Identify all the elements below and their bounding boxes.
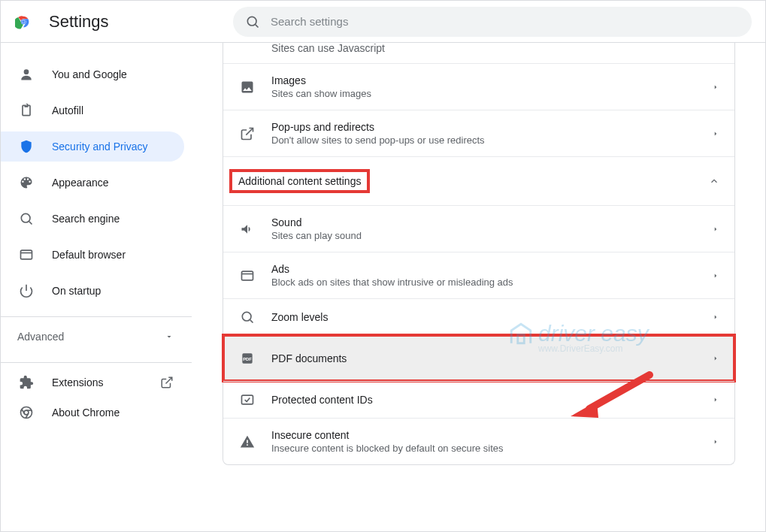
header-bar: Settings xyxy=(1,1,765,43)
svg-rect-19 xyxy=(242,271,253,280)
row-ads[interactable]: Ads Block ads on sites that show intrusi… xyxy=(223,252,734,298)
row-subtitle: Sites can show images xyxy=(271,88,697,99)
svg-line-22 xyxy=(250,320,253,323)
row-title: Insecure content xyxy=(271,429,697,441)
svg-line-18 xyxy=(246,128,253,135)
svg-text:PDF: PDF xyxy=(243,357,252,361)
section-header-label: Additional content settings xyxy=(231,171,368,192)
search-box[interactable] xyxy=(233,7,752,37)
sidebar-item-label: Appearance xyxy=(52,177,109,189)
row-pdf-documents[interactable]: PDF PDF documents xyxy=(223,335,734,381)
magnifier-icon xyxy=(19,211,34,226)
pdf-icon: PDF xyxy=(238,351,256,366)
chevron-right-icon xyxy=(712,130,719,138)
divider xyxy=(1,362,192,363)
chevron-right-icon xyxy=(712,438,719,446)
svg-line-8 xyxy=(29,222,32,225)
row-title: Zoom levels xyxy=(271,311,697,323)
sidebar-item-default-browser[interactable]: Default browser xyxy=(1,240,184,270)
search-input[interactable] xyxy=(271,15,740,28)
svg-point-6 xyxy=(24,69,29,74)
zoom-icon xyxy=(238,310,256,325)
sidebar-item-label: Advanced xyxy=(17,331,64,343)
popup-icon xyxy=(238,126,256,141)
chevron-right-icon xyxy=(712,355,719,362)
row-popups[interactable]: Pop-ups and redirects Don't allow sites … xyxy=(223,110,734,156)
main-panel: Sites can use Javascript Images Sites ca… xyxy=(192,43,765,531)
shield-icon xyxy=(19,139,34,154)
sidebar-item-label: You and Google xyxy=(52,68,127,80)
sidebar-item-about-chrome[interactable]: About Chrome xyxy=(1,397,192,428)
clipboard-icon xyxy=(19,103,34,118)
row-title: Sound xyxy=(271,216,697,228)
sidebar-item-on-startup[interactable]: On startup xyxy=(1,276,184,306)
row-subtitle: Insecure content is blocked by default o… xyxy=(271,443,697,454)
chevron-down-icon xyxy=(165,332,174,341)
chevron-right-icon xyxy=(712,272,719,280)
svg-rect-25 xyxy=(242,395,253,404)
svg-point-3 xyxy=(22,20,25,23)
chevron-up-icon xyxy=(709,176,719,186)
sidebar-item-label: Default browser xyxy=(52,249,126,261)
window-icon xyxy=(19,247,34,262)
svg-line-16 xyxy=(22,409,25,413)
divider xyxy=(1,316,192,317)
row-title: Pop-ups and redirects xyxy=(271,121,697,133)
sidebar-item-search-engine[interactable]: Search engine xyxy=(1,204,184,234)
sound-icon xyxy=(238,222,256,237)
ads-icon xyxy=(238,268,256,283)
row-subtitle: Block ads on sites that show intrusive o… xyxy=(271,277,697,288)
sidebar: You and Google Autofill Security and Pri… xyxy=(1,43,192,531)
content-card: Sites can use Javascript Images Sites ca… xyxy=(223,43,735,465)
row-additional-content-settings[interactable]: Additional content settings xyxy=(223,156,734,205)
row-title: Images xyxy=(271,74,697,86)
image-icon xyxy=(238,80,256,95)
power-icon xyxy=(19,283,34,298)
row-title: Ads xyxy=(271,263,697,275)
open-external-icon xyxy=(160,376,174,389)
sidebar-item-label: On startup xyxy=(52,285,101,297)
row-title: Protected content IDs xyxy=(271,394,697,406)
row-images[interactable]: Images Sites can show images xyxy=(223,63,734,110)
sidebar-item-you-and-google[interactable]: You and Google xyxy=(1,59,184,89)
row-javascript-partial: Sites can use Javascript xyxy=(223,43,734,63)
person-icon xyxy=(19,67,34,82)
svg-point-21 xyxy=(242,312,251,321)
svg-point-7 xyxy=(21,213,30,222)
row-subtitle: Sites can play sound xyxy=(271,230,697,241)
row-protected-content[interactable]: Protected content IDs xyxy=(223,381,734,418)
svg-point-4 xyxy=(247,17,256,26)
row-insecure-content[interactable]: Insecure content Insecure content is blo… xyxy=(223,418,734,464)
chrome-outline-icon xyxy=(19,405,34,420)
chevron-right-icon xyxy=(712,83,719,91)
sidebar-item-advanced[interactable]: Advanced xyxy=(1,322,192,352)
row-sound[interactable]: Sound Sites can play sound xyxy=(223,205,734,252)
warning-icon xyxy=(238,434,256,449)
sidebar-item-appearance[interactable]: Appearance xyxy=(1,168,184,198)
svg-line-5 xyxy=(256,24,259,27)
sidebar-item-label: Autofill xyxy=(52,104,83,116)
chrome-logo-icon xyxy=(14,13,32,31)
sidebar-item-label: Extensions xyxy=(52,376,103,388)
sidebar-item-autofill[interactable]: Autofill xyxy=(1,95,184,125)
svg-line-12 xyxy=(166,377,172,383)
page-title: Settings xyxy=(49,12,109,32)
sidebar-item-label: Security and Privacy xyxy=(52,141,148,153)
row-title: PDF documents xyxy=(271,352,697,364)
palette-icon xyxy=(19,175,34,190)
sidebar-item-label: About Chrome xyxy=(52,407,120,419)
row-subtitle: Don't allow sites to send pop-ups or use… xyxy=(271,135,697,146)
chevron-right-icon xyxy=(712,225,719,233)
sidebar-item-label: Search engine xyxy=(52,213,120,225)
sidebar-item-extensions[interactable]: Extensions xyxy=(1,367,192,397)
chevron-right-icon xyxy=(712,313,719,321)
search-icon xyxy=(245,14,260,29)
chevron-right-icon xyxy=(712,396,719,404)
row-zoom-levels[interactable]: Zoom levels xyxy=(223,298,734,335)
protected-icon xyxy=(238,392,256,407)
sidebar-item-security-and-privacy[interactable]: Security and Privacy xyxy=(1,131,184,162)
puzzle-icon xyxy=(19,375,34,390)
svg-rect-9 xyxy=(21,250,32,259)
